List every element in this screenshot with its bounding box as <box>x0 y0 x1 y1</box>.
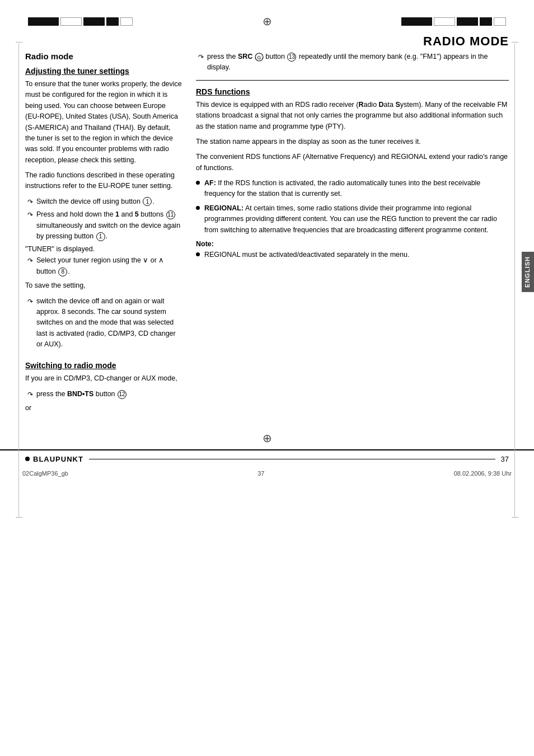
dec-block-2 <box>60 17 82 26</box>
footer-file: 02CalgMP36_gb <box>22 470 68 477</box>
rds-para2: The station name appears in the display … <box>196 137 509 147</box>
rds-bullet-af: AF: If the RDS function is activated, th… <box>196 178 509 200</box>
bullet-icon-af <box>196 181 200 185</box>
tuner-step2: ↷ Press and hold down the 1 and 5 button… <box>25 209 182 242</box>
dec-block-8 <box>457 17 478 26</box>
arrow-icon-2: ↷ <box>27 210 33 220</box>
dec-block-10 <box>494 17 506 26</box>
note-text: REGIONAL must be activated/deactivated s… <box>204 250 409 260</box>
tuner-step4: ↷ switch the device off and on again or … <box>25 296 182 350</box>
switching-radio-heading: Switching to radio mode <box>25 361 182 370</box>
tuner-display-text: "TUNER" is displayed. <box>25 245 182 253</box>
step2-text: Press and hold down the 1 and 5 buttons … <box>36 209 182 242</box>
tuner-step3: ↷ Select your tuner region using the ∨ o… <box>25 255 182 277</box>
step3-text: Select your tuner region using the ∨ or … <box>36 255 182 277</box>
bullet-icon-regional <box>196 206 200 210</box>
circle-num-13: 13 <box>287 53 296 62</box>
adjusting-tuner-heading: Adjusting the tuner settings <box>25 67 182 76</box>
tuner-step1: ↷ Switch the device off using button 1. <box>25 196 182 208</box>
circle-num-1: 1 <box>143 197 152 206</box>
tuner-steps: ↷ Switch the device off using button 1. … <box>25 196 182 242</box>
circle-num-12: 12 <box>118 390 127 399</box>
arrow-icon-1: ↷ <box>27 197 33 208</box>
main-content: Radio mode Adjusting the tuner settings … <box>0 49 534 430</box>
footer-page: 37 <box>257 470 264 477</box>
footer-date: 08.02.2006, 9:38 Uhr <box>454 470 512 477</box>
af-bold: AF: <box>204 179 216 187</box>
logo-dot <box>25 457 30 461</box>
page-title: RADIO MODE <box>423 34 509 49</box>
right-column: ↷ press the SRC G button 13 repeatedly u… <box>196 51 509 419</box>
step2-bold2: 5 <box>135 210 139 218</box>
step2-bold1: 1 <box>115 210 119 218</box>
arrow-icon-src: ↷ <box>198 52 204 63</box>
rds-para1: This device is equipped with an RDS radi… <box>196 100 509 132</box>
crosshair-icon: ⊕ <box>263 16 272 27</box>
dec-block-3 <box>83 17 105 26</box>
bndts-bold: BND•TS <box>67 390 93 398</box>
svg-text:G: G <box>257 55 261 60</box>
rds-bullets: AF: If the RDS function is activated, th… <box>196 178 509 236</box>
rds-R: R <box>358 101 363 109</box>
dec-block-9 <box>480 17 492 26</box>
rds-heading-underline: RDS functions <box>196 87 250 96</box>
note-bullets: REGIONAL must be activated/deactivated s… <box>196 250 509 260</box>
dec-block-6 <box>401 17 432 26</box>
bullet-icon-note <box>196 252 200 256</box>
step4-text: switch the device off and on again or wa… <box>36 296 182 350</box>
step1-text: Switch the device off using button 1. <box>36 196 154 207</box>
top-crosshair-area: ⊕ <box>133 16 401 27</box>
switching-step1: ↷ press the BND•TS button 12 <box>25 389 182 400</box>
note-bullet: REGIONAL must be activated/deactivated s… <box>196 250 509 260</box>
dec-block-4 <box>106 17 119 26</box>
right-margin <box>512 42 518 518</box>
src-bold: SRC <box>238 53 252 60</box>
switching-para1: If you are in CD/MP3, CD-changer or AUX … <box>25 373 182 384</box>
rds-para3: The convenient RDS functions AF (Alterna… <box>196 152 509 173</box>
bottom-crosshair-area: ⊕ <box>25 430 509 447</box>
circle-num-11: 11 <box>166 210 175 219</box>
section-divider <box>196 80 509 81</box>
rds-S: S <box>395 101 400 109</box>
top-decoration: ⊕ <box>0 0 534 31</box>
bottom-bar: BLAUPUNKT 37 <box>0 449 534 468</box>
blaupunkt-logo: BLAUPUNKT <box>25 455 83 463</box>
page-title-row: RADIO MODE <box>0 31 534 49</box>
note-section: Note: REGIONAL must be activated/deactiv… <box>196 240 509 260</box>
footer-row: 02CalgMP36_gb 37 08.02.2006, 9:38 Uhr <box>0 468 534 479</box>
tuner-steps2: ↷ Select your tuner region using the ∨ o… <box>25 255 182 277</box>
circle-num-8: 8 <box>58 267 67 276</box>
rds-bullet-regional: REGIONAL: At certain times, some radio s… <box>196 203 509 236</box>
rds-heading: RDS functions <box>196 87 509 96</box>
note-heading: Note: <box>196 240 509 248</box>
page-wrapper: ENGLISH ⊕ RADIO MODE Radio mode Adjust <box>0 0 534 756</box>
rds-D: D <box>379 101 384 109</box>
adjusting-para1: To ensure that the tuner works properly,… <box>25 79 182 166</box>
dec-block-1 <box>28 17 59 26</box>
bottom-line <box>89 459 495 459</box>
arrow-icon-4: ↷ <box>27 297 33 307</box>
src-step: ↷ press the SRC G button 13 repeatedly u… <box>196 51 509 73</box>
regional-bold: REGIONAL: <box>204 204 243 212</box>
src-icon: G <box>255 53 264 62</box>
dec-block-5 <box>120 17 133 26</box>
circle-num-1b: 1 <box>96 232 105 241</box>
language-tab: ENGLISH <box>522 252 534 292</box>
or-text: or <box>25 403 182 414</box>
radio-mode-heading: Radio mode <box>25 51 182 61</box>
page-number: 37 <box>501 455 509 463</box>
switching-steps: ↷ press the BND•TS button 12 <box>25 389 182 400</box>
src-step1: ↷ press the SRC G button 13 repeatedly u… <box>196 51 509 73</box>
arrow-icon-3: ↷ <box>27 256 33 266</box>
left-margin <box>16 42 22 518</box>
logo-text: BLAUPUNKT <box>33 455 83 463</box>
rds-regional-text: REGIONAL: At certain times, some radio s… <box>204 203 509 236</box>
adjusting-para2: The radio functions described in these o… <box>25 170 182 192</box>
arrow-icon-5: ↷ <box>27 389 33 400</box>
rds-af-text: AF: If the RDS function is activated, th… <box>204 178 509 200</box>
left-column: Radio mode Adjusting the tuner settings … <box>25 51 182 419</box>
to-save-text: To save the setting, <box>25 280 182 291</box>
tuner-steps3: ↷ switch the device off and on again or … <box>25 296 182 350</box>
switching-step1-text: press the BND•TS button 12 <box>36 389 127 400</box>
dec-block-7 <box>434 17 455 26</box>
